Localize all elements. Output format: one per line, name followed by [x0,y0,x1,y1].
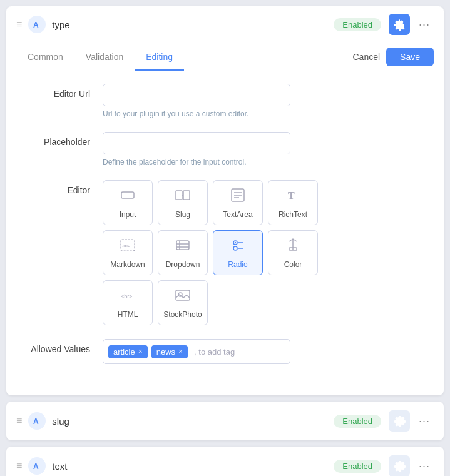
placeholder-hint: Define the placeholder for the input con… [103,158,429,166]
type-more-button[interactable]: ··· [415,15,434,34]
editor-option-textarea-label: TextArea [223,210,252,219]
type-settings-button[interactable] [389,14,410,35]
svg-point-18 [235,242,236,243]
text-field-name: text [52,461,334,472]
html-icon: <br> [119,286,136,306]
editor-option-dropdown[interactable]: Dropdown [158,230,208,275]
tag-article: article × [108,345,148,358]
tab-validation[interactable]: Validation [74,43,135,71]
input-icon [119,186,136,206]
cancel-button[interactable]: Cancel [352,52,380,62]
textarea-icon [229,186,247,206]
tag-news-close[interactable]: × [178,347,183,356]
slug-field-type-icon: A [28,412,46,430]
slug-icon [174,186,192,206]
slug-field-header: ≡ A slug Enabled ··· [6,402,444,440]
svg-rect-24 [176,290,190,300]
field-type-icon: A [28,16,46,33]
editor-option-radio[interactable]: Radio [213,230,263,275]
svg-text:A: A [33,21,39,29]
slug-field-name: slug [52,416,334,427]
editor-option-input[interactable]: Input [103,180,153,225]
editor-option-radio-label: Radio [228,260,247,269]
text-settings-button[interactable] [389,455,410,476]
allowed-values-field: article × news × , to add tag [103,339,429,364]
type-field-header: ≡ A type Enabled ··· [6,6,444,43]
placeholder-field: Define the placeholder for the input con… [103,132,429,166]
svg-rect-13 [176,241,189,250]
editor-url-label: Editor Url [21,84,103,99]
svg-text:.md: .md [122,243,130,248]
svg-rect-3 [176,191,182,200]
type-field-card: ≡ A type Enabled ··· Common Validation E… [6,6,444,395]
allowed-values-row: Allowed Values article × news × , to add… [21,339,429,364]
placeholder-row: Placeholder Define the placeholder for t… [21,132,429,166]
text-drag-handle-icon[interactable]: ≡ [16,460,22,472]
slug-settings-button[interactable] [389,410,410,432]
tag-news-text: news [156,347,175,357]
editor-option-richtext-label: RichText [279,210,307,219]
svg-point-20 [233,246,237,250]
editor-option-slug[interactable]: Slug [158,180,208,225]
editor-option-dropdown-label: Dropdown [166,260,200,269]
svg-text:A: A [33,417,39,426]
tab-common[interactable]: Common [16,43,74,71]
slug-more-button[interactable]: ··· [415,412,434,430]
editor-option-html-label: HTML [118,310,138,319]
editor-label: Editor [21,180,103,195]
type-status-badge: Enabled [334,18,381,31]
svg-text:T: T [288,190,295,201]
tag-article-close[interactable]: × [138,347,143,356]
editor-options: Input Slug [103,180,429,325]
editor-url-field: Url to your plugin if you use a custom e… [103,84,429,118]
svg-rect-4 [183,191,190,200]
text-status-badge: Enabled [334,460,381,473]
placeholder-input[interactable] [103,132,290,154]
svg-text:<br>: <br> [121,293,133,300]
tabs-row: Common Validation Editing Cancel Save [6,43,444,71]
text-field-card: ≡ A text Enabled ··· [6,447,444,476]
slug-status-badge: Enabled [334,415,381,428]
editor-option-stockphoto[interactable]: StockPhoto [158,280,208,325]
editing-form: Editor Url Url to your plugin if you use… [6,71,444,395]
svg-text:A: A [33,462,39,471]
allowed-values-label: Allowed Values [21,339,103,354]
save-button[interactable]: Save [386,48,434,66]
editor-url-hint: Url to your plugin if you use a custom e… [103,109,429,118]
stockphoto-icon [174,286,192,306]
richtext-icon: T [284,186,302,206]
tabs-actions: Cancel Save [352,48,434,66]
tags-container[interactable]: article × news × , to add tag [103,339,290,364]
tab-editing[interactable]: Editing [135,43,184,71]
type-field-name: type [52,19,334,30]
svg-rect-1 [121,192,134,198]
editor-option-markdown-label: Markdown [110,260,145,269]
editor-url-row: Editor Url Url to your plugin if you use… [21,84,429,118]
tag-input-placeholder[interactable]: , to add tag [192,346,237,358]
editor-row: Editor Input [21,180,429,325]
editor-option-richtext[interactable]: T RichText [268,180,318,225]
editor-option-color-label: Color [284,260,302,269]
tag-news: news × [151,345,188,358]
markdown-icon: .md [119,236,136,256]
editor-grid: Input Slug [103,180,366,325]
text-more-button[interactable]: ··· [415,457,434,475]
text-field-header: ≡ A text Enabled ··· [6,447,444,476]
slug-field-card: ≡ A slug Enabled ··· [6,402,444,440]
editor-option-slug-label: Slug [175,210,190,219]
editor-option-markdown[interactable]: .md Markdown [103,230,153,275]
editor-url-input[interactable] [103,84,290,106]
dropdown-icon [174,236,192,256]
editor-option-color[interactable]: Color [268,230,318,275]
color-icon [284,236,302,256]
editor-option-input-label: Input [120,210,136,219]
editor-option-textarea[interactable]: TextArea [213,180,263,225]
editor-option-stockphoto-label: StockPhoto [163,310,202,319]
drag-handle-icon[interactable]: ≡ [16,19,22,30]
editor-option-html[interactable]: <br> HTML [103,280,153,325]
slug-drag-handle-icon[interactable]: ≡ [16,415,22,427]
placeholder-label: Placeholder [21,132,103,147]
radio-icon [229,236,247,256]
text-field-type-icon: A [28,457,46,475]
tag-article-text: article [113,347,135,357]
